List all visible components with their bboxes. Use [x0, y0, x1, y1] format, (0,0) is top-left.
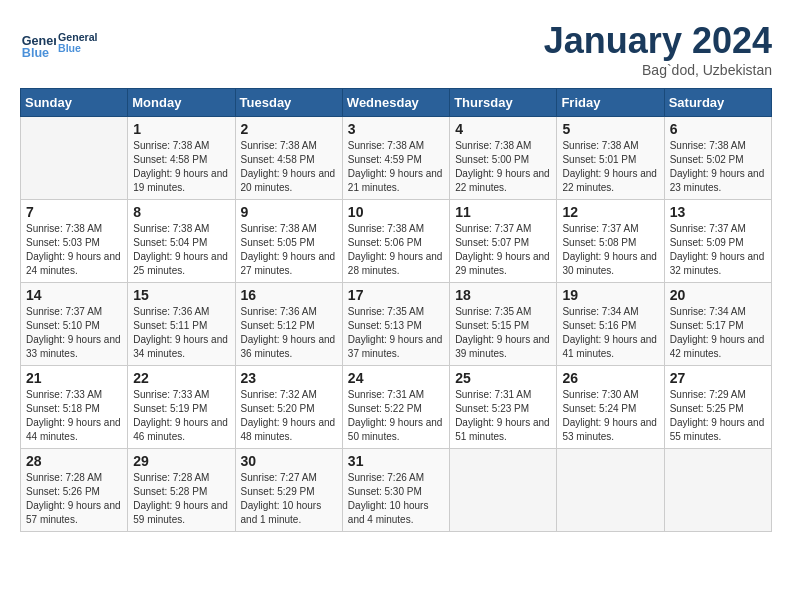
- calendar-table: SundayMondayTuesdayWednesdayThursdayFrid…: [20, 88, 772, 532]
- logo-icon: General Blue: [20, 25, 56, 61]
- calendar-cell: 25 Sunrise: 7:31 AM Sunset: 5:23 PM Dayl…: [450, 366, 557, 449]
- daylight-text: Daylight: 9 hours and 51 minutes.: [455, 417, 550, 442]
- sunset-text: Sunset: 4:58 PM: [241, 154, 315, 165]
- day-number: 16: [241, 287, 337, 303]
- calendar-cell: 19 Sunrise: 7:34 AM Sunset: 5:16 PM Dayl…: [557, 283, 664, 366]
- day-number: 20: [670, 287, 766, 303]
- daylight-text: Daylight: 9 hours and 21 minutes.: [348, 168, 443, 193]
- day-info: Sunrise: 7:38 AM Sunset: 5:03 PM Dayligh…: [26, 222, 122, 278]
- sunset-text: Sunset: 5:09 PM: [670, 237, 744, 248]
- sunset-text: Sunset: 5:17 PM: [670, 320, 744, 331]
- sunrise-text: Sunrise: 7:37 AM: [455, 223, 531, 234]
- day-info: Sunrise: 7:38 AM Sunset: 5:01 PM Dayligh…: [562, 139, 658, 195]
- logo-svg: General Blue: [58, 20, 108, 65]
- sunrise-text: Sunrise: 7:38 AM: [348, 223, 424, 234]
- day-info: Sunrise: 7:38 AM Sunset: 5:02 PM Dayligh…: [670, 139, 766, 195]
- calendar-week-row: 28 Sunrise: 7:28 AM Sunset: 5:26 PM Dayl…: [21, 449, 772, 532]
- logo: General Blue General Blue: [20, 20, 108, 65]
- sunset-text: Sunset: 5:10 PM: [26, 320, 100, 331]
- day-number: 22: [133, 370, 229, 386]
- calendar-week-row: 21 Sunrise: 7:33 AM Sunset: 5:18 PM Dayl…: [21, 366, 772, 449]
- day-info: Sunrise: 7:33 AM Sunset: 5:18 PM Dayligh…: [26, 388, 122, 444]
- day-number: 2: [241, 121, 337, 137]
- day-info: Sunrise: 7:38 AM Sunset: 5:00 PM Dayligh…: [455, 139, 551, 195]
- sunrise-text: Sunrise: 7:36 AM: [241, 306, 317, 317]
- daylight-text: Daylight: 9 hours and 25 minutes.: [133, 251, 228, 276]
- month-title: January 2024: [544, 20, 772, 62]
- sunset-text: Sunset: 5:11 PM: [133, 320, 207, 331]
- day-info: Sunrise: 7:35 AM Sunset: 5:15 PM Dayligh…: [455, 305, 551, 361]
- day-number: 26: [562, 370, 658, 386]
- calendar-cell: 16 Sunrise: 7:36 AM Sunset: 5:12 PM Dayl…: [235, 283, 342, 366]
- day-number: 1: [133, 121, 229, 137]
- sunset-text: Sunset: 5:12 PM: [241, 320, 315, 331]
- calendar-cell: 3 Sunrise: 7:38 AM Sunset: 4:59 PM Dayli…: [342, 117, 449, 200]
- day-info: Sunrise: 7:33 AM Sunset: 5:19 PM Dayligh…: [133, 388, 229, 444]
- calendar-cell: 31 Sunrise: 7:26 AM Sunset: 5:30 PM Dayl…: [342, 449, 449, 532]
- daylight-text: Daylight: 9 hours and 55 minutes.: [670, 417, 765, 442]
- sunset-text: Sunset: 5:26 PM: [26, 486, 100, 497]
- daylight-text: Daylight: 9 hours and 53 minutes.: [562, 417, 657, 442]
- sunset-text: Sunset: 5:16 PM: [562, 320, 636, 331]
- day-info: Sunrise: 7:29 AM Sunset: 5:25 PM Dayligh…: [670, 388, 766, 444]
- sunset-text: Sunset: 5:28 PM: [133, 486, 207, 497]
- weekday-header: Wednesday: [342, 89, 449, 117]
- day-number: 25: [455, 370, 551, 386]
- calendar-cell: 17 Sunrise: 7:35 AM Sunset: 5:13 PM Dayl…: [342, 283, 449, 366]
- sunset-text: Sunset: 5:20 PM: [241, 403, 315, 414]
- day-number: 28: [26, 453, 122, 469]
- calendar-cell: 12 Sunrise: 7:37 AM Sunset: 5:08 PM Dayl…: [557, 200, 664, 283]
- day-number: 4: [455, 121, 551, 137]
- sunrise-text: Sunrise: 7:38 AM: [670, 140, 746, 151]
- sunrise-text: Sunrise: 7:38 AM: [241, 223, 317, 234]
- weekday-header: Monday: [128, 89, 235, 117]
- daylight-text: Daylight: 9 hours and 36 minutes.: [241, 334, 336, 359]
- sunrise-text: Sunrise: 7:28 AM: [26, 472, 102, 483]
- calendar-cell: 20 Sunrise: 7:34 AM Sunset: 5:17 PM Dayl…: [664, 283, 771, 366]
- day-info: Sunrise: 7:37 AM Sunset: 5:07 PM Dayligh…: [455, 222, 551, 278]
- sunrise-text: Sunrise: 7:34 AM: [670, 306, 746, 317]
- calendar-week-row: 7 Sunrise: 7:38 AM Sunset: 5:03 PM Dayli…: [21, 200, 772, 283]
- calendar-week-row: 1 Sunrise: 7:38 AM Sunset: 4:58 PM Dayli…: [21, 117, 772, 200]
- day-info: Sunrise: 7:37 AM Sunset: 5:10 PM Dayligh…: [26, 305, 122, 361]
- svg-text:General: General: [58, 31, 98, 43]
- daylight-text: Daylight: 9 hours and 57 minutes.: [26, 500, 121, 525]
- sunrise-text: Sunrise: 7:38 AM: [241, 140, 317, 151]
- sunrise-text: Sunrise: 7:28 AM: [133, 472, 209, 483]
- calendar-cell: 6 Sunrise: 7:38 AM Sunset: 5:02 PM Dayli…: [664, 117, 771, 200]
- day-number: 15: [133, 287, 229, 303]
- calendar-cell: 10 Sunrise: 7:38 AM Sunset: 5:06 PM Dayl…: [342, 200, 449, 283]
- calendar-cell: 28 Sunrise: 7:28 AM Sunset: 5:26 PM Dayl…: [21, 449, 128, 532]
- weekday-header: Sunday: [21, 89, 128, 117]
- day-info: Sunrise: 7:30 AM Sunset: 5:24 PM Dayligh…: [562, 388, 658, 444]
- day-number: 29: [133, 453, 229, 469]
- day-number: 6: [670, 121, 766, 137]
- sunset-text: Sunset: 5:03 PM: [26, 237, 100, 248]
- day-number: 8: [133, 204, 229, 220]
- sunrise-text: Sunrise: 7:38 AM: [133, 140, 209, 151]
- sunrise-text: Sunrise: 7:38 AM: [562, 140, 638, 151]
- day-number: 27: [670, 370, 766, 386]
- calendar-cell: [664, 449, 771, 532]
- sunset-text: Sunset: 4:59 PM: [348, 154, 422, 165]
- daylight-text: Daylight: 9 hours and 39 minutes.: [455, 334, 550, 359]
- sunrise-text: Sunrise: 7:37 AM: [670, 223, 746, 234]
- daylight-text: Daylight: 9 hours and 27 minutes.: [241, 251, 336, 276]
- calendar-cell: 2 Sunrise: 7:38 AM Sunset: 4:58 PM Dayli…: [235, 117, 342, 200]
- daylight-text: Daylight: 9 hours and 23 minutes.: [670, 168, 765, 193]
- calendar-cell: [450, 449, 557, 532]
- location: Bag`dod, Uzbekistan: [544, 62, 772, 78]
- calendar-cell: 26 Sunrise: 7:30 AM Sunset: 5:24 PM Dayl…: [557, 366, 664, 449]
- calendar-cell: 4 Sunrise: 7:38 AM Sunset: 5:00 PM Dayli…: [450, 117, 557, 200]
- sunset-text: Sunset: 5:06 PM: [348, 237, 422, 248]
- day-number: 31: [348, 453, 444, 469]
- day-info: Sunrise: 7:38 AM Sunset: 5:04 PM Dayligh…: [133, 222, 229, 278]
- day-info: Sunrise: 7:26 AM Sunset: 5:30 PM Dayligh…: [348, 471, 444, 527]
- sunrise-text: Sunrise: 7:30 AM: [562, 389, 638, 400]
- daylight-text: Daylight: 9 hours and 46 minutes.: [133, 417, 228, 442]
- day-info: Sunrise: 7:28 AM Sunset: 5:28 PM Dayligh…: [133, 471, 229, 527]
- calendar-cell: 7 Sunrise: 7:38 AM Sunset: 5:03 PM Dayli…: [21, 200, 128, 283]
- day-info: Sunrise: 7:34 AM Sunset: 5:17 PM Dayligh…: [670, 305, 766, 361]
- sunrise-text: Sunrise: 7:26 AM: [348, 472, 424, 483]
- daylight-text: Daylight: 9 hours and 20 minutes.: [241, 168, 336, 193]
